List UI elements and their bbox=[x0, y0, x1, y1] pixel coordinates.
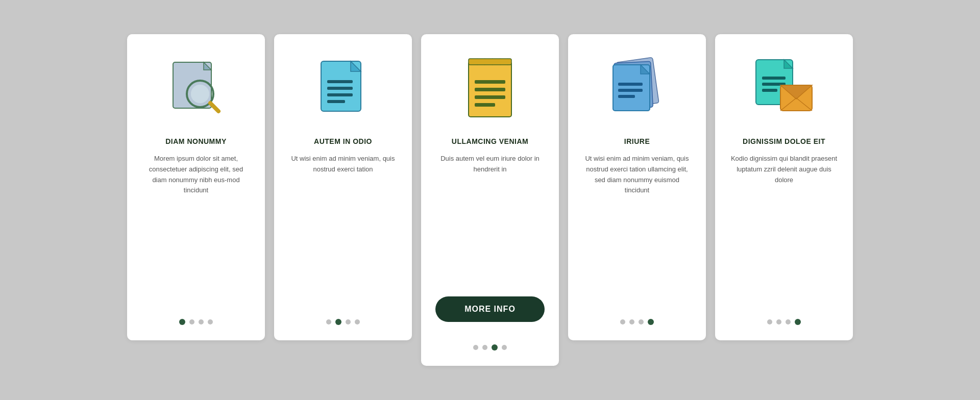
dot-active bbox=[795, 319, 801, 325]
dot bbox=[639, 319, 644, 324]
svg-rect-9 bbox=[327, 87, 353, 90]
dot-active bbox=[648, 319, 654, 325]
dot-active bbox=[179, 319, 185, 325]
dot bbox=[473, 345, 478, 350]
card-4-dots bbox=[620, 319, 654, 325]
dot bbox=[629, 319, 634, 324]
dot bbox=[786, 319, 791, 324]
card-4-text: Ut wisi enim ad minim veniam, quis nostr… bbox=[582, 154, 692, 307]
svg-rect-10 bbox=[327, 93, 353, 96]
stacked-documents-icon bbox=[604, 55, 670, 121]
card-3-title: ULLAMCING VENIAM bbox=[452, 137, 528, 145]
svg-rect-8 bbox=[327, 80, 353, 83]
svg-rect-19 bbox=[475, 80, 505, 84]
dot bbox=[502, 345, 507, 350]
document-email-icon bbox=[751, 55, 817, 121]
dot bbox=[355, 319, 360, 324]
svg-rect-18 bbox=[469, 59, 511, 65]
svg-point-5 bbox=[191, 85, 209, 103]
card-1-title: DIAM NONUMMY bbox=[165, 137, 227, 145]
svg-rect-27 bbox=[618, 83, 643, 86]
card-2-text: Ut wisi enim ad minim veniam, quis nostr… bbox=[288, 154, 398, 307]
dot-active bbox=[492, 344, 498, 351]
dot bbox=[482, 345, 487, 350]
card-3-dots bbox=[473, 344, 507, 351]
svg-rect-21 bbox=[475, 95, 505, 99]
svg-rect-34 bbox=[762, 89, 777, 92]
svg-rect-11 bbox=[327, 100, 345, 103]
dot bbox=[767, 319, 772, 324]
notepad-icon bbox=[457, 55, 523, 121]
card-5-dots bbox=[767, 319, 801, 325]
card-4: IRIURE Ut wisi enim ad minim veniam, qui… bbox=[568, 34, 706, 340]
dot bbox=[620, 319, 625, 324]
card-2-title: AUTEM IN ODIO bbox=[314, 137, 372, 145]
svg-rect-29 bbox=[618, 95, 635, 98]
card-2-dots bbox=[326, 319, 360, 325]
card-1-dots bbox=[179, 319, 213, 325]
more-info-button[interactable]: MORE INFO bbox=[435, 296, 545, 322]
svg-rect-20 bbox=[475, 88, 505, 91]
card-2: AUTEM IN ODIO Ut wisi enim ad minim veni… bbox=[274, 34, 412, 340]
cards-container: DIAM NONUMMY Morem ipsum dolor sit amet,… bbox=[86, 4, 894, 396]
dot-active bbox=[335, 319, 341, 325]
svg-rect-32 bbox=[762, 77, 786, 80]
card-5: DIGNISSIM DOLOE EIT Kodio dignissim qui … bbox=[715, 34, 853, 340]
search-document-icon bbox=[163, 55, 229, 121]
card-4-title: IRIURE bbox=[624, 137, 650, 145]
card-3: ULLAMCING VENIAM Duis autem vel eum iriu… bbox=[421, 34, 559, 366]
svg-rect-22 bbox=[475, 103, 495, 107]
card-3-text: Duis autem vel eum iriure dolor in hendr… bbox=[435, 154, 545, 286]
svg-rect-28 bbox=[618, 89, 643, 92]
card-1: DIAM NONUMMY Morem ipsum dolor sit amet,… bbox=[127, 34, 265, 340]
dot bbox=[189, 319, 194, 324]
card-5-text: Kodio dignissim qui blandit praesent lup… bbox=[729, 154, 839, 307]
dot bbox=[326, 319, 331, 324]
dot bbox=[199, 319, 204, 324]
dot bbox=[776, 319, 781, 324]
card-1-text: Morem ipsum dolor sit amet, consectetuer… bbox=[141, 154, 251, 307]
dot bbox=[346, 319, 351, 324]
dot bbox=[208, 319, 213, 324]
document-lines-icon bbox=[310, 55, 376, 121]
card-5-title: DIGNISSIM DOLOE EIT bbox=[743, 137, 825, 145]
svg-line-4 bbox=[210, 103, 218, 111]
